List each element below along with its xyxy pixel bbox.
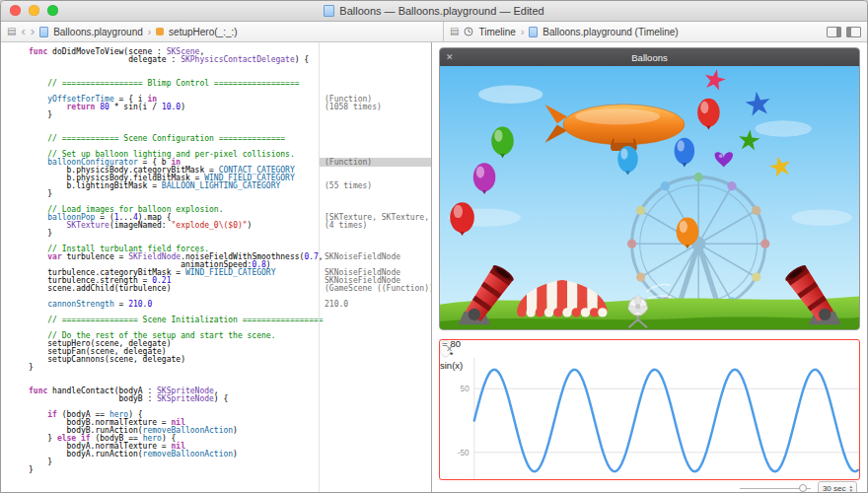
playground-file-icon bbox=[39, 27, 48, 37]
timeline-slider[interactable] bbox=[740, 488, 811, 489]
sine-curve bbox=[474, 370, 858, 471]
document-proxy-icon[interactable] bbox=[324, 5, 334, 17]
titlebar: Balloons — Balloons.playground — Edited bbox=[1, 1, 867, 22]
result-annotation[interactable]: SKNoiseFieldNode bbox=[320, 252, 431, 261]
result-annotation[interactable]: (GameScene ((Function)) ((F… bbox=[320, 284, 431, 293]
close-assistant-icon[interactable] bbox=[846, 27, 861, 37]
scene-header: ✕ Balloons bbox=[440, 48, 859, 66]
assistant-jump-bar: ▤ Timeline › Balloons.playground (Timeli… bbox=[444, 22, 867, 41]
close-icon[interactable]: ✕ bbox=[446, 344, 454, 354]
graph-view-card: ✕ let y = 80 * sin(x) 50-50 bbox=[439, 339, 860, 480]
breadcrumb-timeline[interactable]: Timeline bbox=[478, 27, 515, 37]
result-annotation[interactable]: (1058 times) bbox=[320, 103, 431, 111]
result-annotation[interactable]: (4 times) bbox=[320, 221, 431, 230]
code-line[interactable] bbox=[29, 372, 431, 380]
result-annotation[interactable]: 210.0 bbox=[320, 300, 431, 309]
breadcrumb-separator: › bbox=[148, 27, 151, 37]
back-button[interactable]: ‹ bbox=[21, 27, 25, 36]
y-tick-label: -50 bbox=[458, 449, 470, 458]
code-line[interactable]: bodyB : SKSpriteNode) { bbox=[29, 395, 431, 403]
code-line[interactable]: } bbox=[29, 458, 431, 466]
code-line[interactable]: bodyA.runAction(removeBalloonAction) bbox=[29, 451, 431, 458]
close-window-button[interactable] bbox=[10, 5, 21, 16]
breadcrumb-playground-timeline[interactable]: Balloons.playground (Timeline) bbox=[542, 27, 678, 37]
forward-button[interactable]: › bbox=[31, 27, 35, 36]
code-line[interactable] bbox=[29, 64, 431, 72]
scene-view-card: ✕ Balloons bbox=[439, 47, 860, 330]
close-icon[interactable]: ✕ bbox=[446, 52, 454, 62]
duration-stepper[interactable]: 30 sec ▴▾ bbox=[818, 481, 857, 493]
xcode-window: Balloons — Balloons.playground — Edited … bbox=[0, 0, 868, 493]
code-area[interactable]: func doDidMoveToView(scene : SKScene, de… bbox=[29, 48, 431, 474]
balloons-scene bbox=[440, 66, 859, 330]
code-line[interactable] bbox=[29, 119, 431, 127]
code-line[interactable]: } bbox=[29, 190, 431, 198]
stepper-arrows-icon[interactable]: ▴▾ bbox=[849, 484, 852, 492]
slider-thumb[interactable] bbox=[799, 484, 807, 492]
code-line[interactable]: delegate : SKPhysicsContactDelegate) { bbox=[29, 56, 431, 64]
code-line[interactable]: } bbox=[29, 230, 431, 238]
breadcrumb-separator: › bbox=[521, 27, 524, 37]
minimize-window-button[interactable] bbox=[29, 5, 39, 16]
code-line[interactable]: // ================ Scene Initialization… bbox=[29, 317, 431, 324]
playground-file-icon bbox=[529, 27, 538, 37]
result-annotation[interactable]: (55 times) bbox=[320, 181, 431, 190]
code-line[interactable]: } bbox=[29, 466, 431, 474]
graph-plot: 50-50 bbox=[440, 358, 859, 480]
code-line[interactable]: setupCannons(scene, delegate) bbox=[29, 356, 431, 364]
y-tick-label: 50 bbox=[461, 385, 470, 393]
code-line[interactable]: // ============ Scene Configuration ====… bbox=[29, 135, 431, 143]
related-items-icon[interactable]: ▤ bbox=[7, 27, 16, 36]
code-line[interactable]: } bbox=[29, 364, 431, 372]
window-title: Balloons — Balloons.playground — Edited bbox=[1, 5, 867, 17]
clock-icon bbox=[464, 27, 473, 36]
breadcrumb-file[interactable]: Balloons.playground bbox=[53, 27, 143, 37]
timeline-pane: ✕ Balloons bbox=[432, 42, 867, 492]
jump-bars: ▤ ‹ › Balloons.playground › setupHero(_:… bbox=[1, 22, 867, 42]
timeline-controls: 30 sec ▴▾ bbox=[439, 480, 860, 492]
editor-jump-bar: ▤ ‹ › Balloons.playground › setupHero(_:… bbox=[1, 22, 444, 41]
graph-header: ✕ let y = 80 * sin(x) bbox=[440, 340, 451, 358]
scene-title: Balloons bbox=[440, 52, 859, 63]
source-editor[interactable]: func doDidMoveToView(scene : SKScene, de… bbox=[1, 42, 432, 492]
assistant-pane-icon[interactable] bbox=[827, 27, 841, 37]
related-items-icon[interactable]: ▤ bbox=[450, 27, 459, 36]
code-line[interactable]: } bbox=[29, 111, 431, 119]
code-line[interactable]: // ================= Blimp Control =====… bbox=[29, 80, 431, 88]
zoom-window-button[interactable] bbox=[47, 5, 58, 16]
result-annotation[interactable]: (Function) bbox=[320, 158, 431, 167]
breadcrumb-symbol[interactable]: setupHero(_:_:) bbox=[169, 27, 237, 37]
function-icon bbox=[156, 28, 164, 35]
duration-value: 30 sec bbox=[823, 484, 846, 493]
